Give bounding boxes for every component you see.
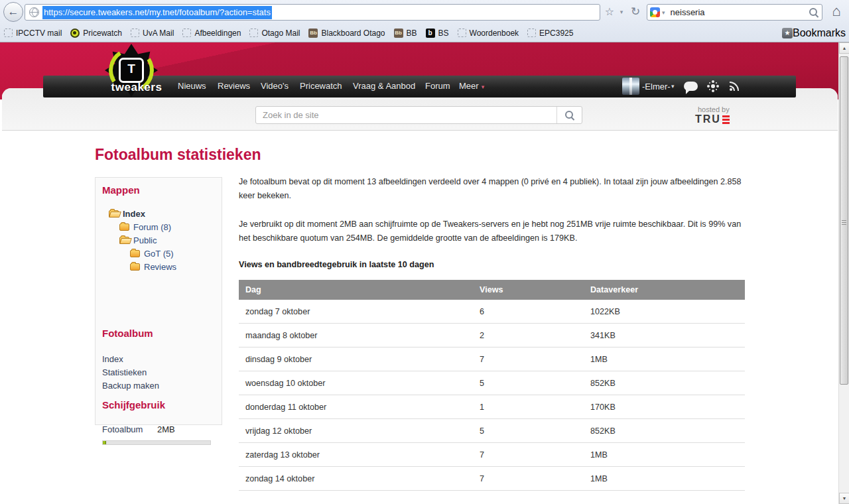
bookmark-item[interactable]: UvA Mail (131, 29, 174, 38)
bookmark-item[interactable]: Woordenboek (458, 29, 519, 38)
logo-wordmark: tweakers (110, 81, 163, 94)
sidebar-heading-schijfgebruik: Schijfgebruik (102, 399, 165, 410)
page-title: Fotoalbum statistieken (95, 146, 261, 164)
main-content: Je fotoalbum bevat op dit moment 13 afbe… (239, 175, 745, 491)
browser-toolbar: ← https://secure.tweakers.net/my.tnet/fo… (0, 0, 849, 42)
back-button[interactable]: ← (3, 2, 23, 22)
url-dropdown-icon[interactable]: ▾ (617, 4, 626, 21)
table-row: donderdag 11 oktober 1 170KB (239, 395, 745, 419)
url-text: https://secure.tweakers.net/my.tnet/foto… (42, 6, 272, 19)
bookmark-item[interactable]: Bb Blackboard Otago (308, 29, 385, 38)
table-row: zondag 7 oktober 6 1022KB (239, 300, 745, 324)
default-favicon (182, 29, 191, 37)
blackboard-favicon: Bb (308, 29, 318, 38)
sidebar-link-statistieken[interactable]: Statistieken (102, 366, 159, 379)
vertical-scrollbar[interactable]: ▲ ▼ (838, 42, 849, 504)
home-button[interactable]: ⌂ (828, 3, 845, 21)
messages-icon[interactable] (684, 82, 698, 91)
scroll-down-icon[interactable]: ▼ (839, 493, 849, 504)
bookmark-item[interactable]: Bb BB (394, 29, 417, 38)
open-folder-icon (119, 237, 129, 244)
bookmark-item[interactable]: b BS (426, 29, 449, 38)
scroll-up-icon[interactable]: ▲ (839, 42, 849, 54)
table-row: zaterdag 13 oktober 7 1MB (239, 443, 745, 467)
bookmark-item[interactable]: IPCCTV mail (4, 29, 62, 38)
sidebar-heading-fotoalbum: Fotoalbum (102, 328, 153, 339)
scrollbar-thumb[interactable] (840, 56, 848, 385)
disk-usage-progressbar (102, 440, 211, 445)
logo-t-letter: T (119, 58, 144, 83)
sidebar-link-backup[interactable]: Backup maken (102, 379, 159, 393)
nav-videos[interactable]: Video's (261, 81, 289, 91)
bookmark-item[interactable]: Otago Mail (249, 29, 300, 38)
tree-item-forum[interactable]: Forum (8) (102, 220, 176, 233)
blackboard-favicon: Bb (394, 29, 403, 38)
site-identity-globe-icon[interactable] (29, 7, 39, 17)
bookmark-star-icon[interactable]: ☆ (602, 4, 617, 21)
site-search-button[interactable] (556, 107, 582, 123)
bookmarks-star-icon: ★ (782, 28, 793, 38)
table-row: vrijdag 12 oktober 5 852KB (239, 419, 745, 443)
intro-paragraph-1: Je fotoalbum bevat op dit moment 13 afbe… (239, 175, 745, 203)
default-favicon (4, 29, 13, 37)
magnifier-icon (564, 110, 575, 121)
default-favicon (527, 29, 536, 37)
tree-item-public[interactable]: Public (102, 233, 176, 247)
sidebar: Mappen Index Forum (8) Public GoT (5) Re… (95, 177, 222, 425)
engine-dropdown-icon[interactable]: ▾ (662, 9, 665, 16)
nav-pricewatch[interactable]: Pricewatch (300, 81, 342, 91)
karma-sun-icon[interactable] (707, 80, 719, 92)
sidebar-heading-mappen: Mappen (102, 184, 140, 196)
bookmarks-toolbar: IPCCTV mail Pricewatch UvA Mail Afbeeldi… (0, 24, 849, 42)
search-go-icon[interactable] (809, 7, 819, 18)
user-name[interactable]: -Elmer- (642, 82, 671, 92)
intro-paragraph-2: Je verbruikt op dit moment 2MB aan schij… (239, 218, 745, 245)
google-engine-icon[interactable] (650, 7, 660, 17)
nav-vraag-aanbod[interactable]: Vraag & Aanbod (353, 81, 415, 91)
true-logo[interactable]: TRU (695, 113, 755, 125)
tweakers-logo[interactable]: T tweakers (97, 42, 166, 103)
table-row: woensdag 10 oktober 5 852KB (239, 371, 745, 395)
sidebar-link-index[interactable]: Index (102, 353, 159, 366)
nav-forum[interactable]: Forum (425, 81, 450, 91)
user-dropdown-icon[interactable]: ▾ (671, 83, 675, 90)
closed-folder-icon (130, 263, 140, 271)
chevron-down-icon: ▾ (482, 84, 485, 90)
table-row: zondag 14 oktober 7 1MB (239, 467, 745, 491)
site-search-bar[interactable] (255, 106, 582, 124)
tree-item-reviews[interactable]: Reviews (102, 260, 176, 273)
web-search-input[interactable] (669, 7, 809, 18)
views-table: Dag Views Dataverkeer zondag 7 oktober 6… (239, 280, 745, 491)
disk-usage-progress-fill (103, 441, 106, 444)
table-row: dinsdag 9 oktober 7 1MB (239, 347, 745, 371)
bookmarks-menu-button[interactable]: ★ Bookmarks (782, 27, 846, 39)
nav-meer[interactable]: Meer▾ (459, 81, 484, 91)
open-folder-icon (109, 210, 119, 218)
hosted-by-block: hosted by TRU (695, 105, 755, 125)
table-title: Views en bandbreedtegebruik in laatste 1… (239, 260, 745, 269)
user-avatar[interactable] (622, 78, 639, 95)
default-favicon (131, 29, 139, 37)
default-favicon (249, 29, 258, 37)
default-favicon (458, 29, 466, 37)
site-search-input[interactable] (256, 107, 556, 123)
browser-window: ← https://secure.tweakers.net/my.tnet/fo… (0, 0, 849, 504)
nav-nieuws[interactable]: Nieuws (178, 81, 206, 91)
disk-usage-link[interactable]: Fotoalbum (102, 424, 143, 434)
bookmark-item[interactable]: EPC3925 (527, 29, 573, 38)
tree-item-got[interactable]: GoT (5) (102, 247, 176, 260)
closed-folder-icon (119, 223, 129, 231)
true-logo-bars-icon (722, 114, 730, 125)
nav-reviews[interactable]: Reviews (218, 81, 250, 91)
tree-item-index[interactable]: Index (102, 207, 176, 220)
rss-icon[interactable] (728, 80, 740, 92)
reload-icon[interactable]: ↻ (627, 4, 643, 21)
web-search-bar[interactable]: ▾ (647, 4, 822, 21)
hosted-by-label: hosted by (698, 105, 755, 113)
url-bar[interactable]: https://secure.tweakers.net/my.tnet/foto… (25, 4, 600, 21)
page-viewport: Nieuws Reviews Video's Pricewatch Vraag … (0, 42, 849, 504)
fotoalbum-links: Index Statistieken Backup maken (102, 353, 159, 393)
bookmark-item[interactable]: Afbeeldingen (182, 29, 241, 38)
bookmark-item[interactable]: Pricewatch (70, 29, 122, 38)
disk-usage-value: 2MB (157, 424, 175, 434)
